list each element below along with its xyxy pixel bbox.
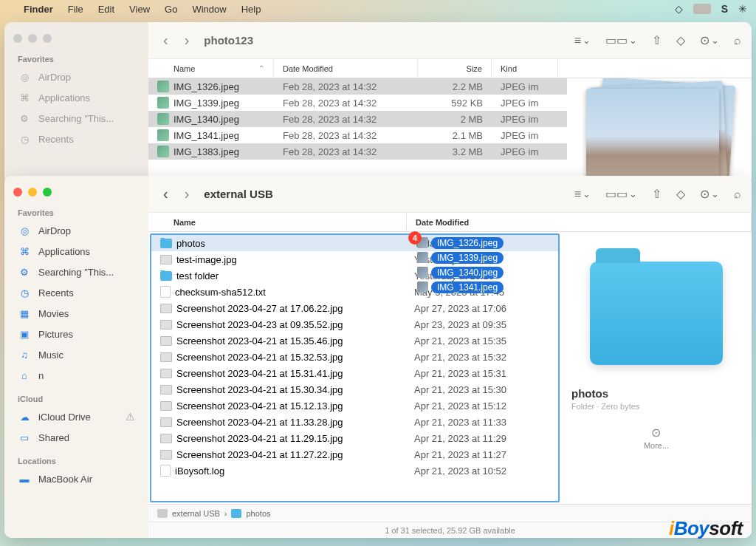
- path-disk[interactable]: external USB: [172, 509, 220, 518]
- status-blob[interactable]: [693, 4, 711, 14]
- file-name: checksum-sha512.txt: [175, 287, 266, 298]
- forward-button[interactable]: ›: [180, 185, 194, 202]
- table-row[interactable]: IMG_1326.jpegFeb 28, 2023 at 14:322.2 MB…: [148, 78, 567, 95]
- file-name: Screenshot 2023-04-21 at 15.31.41.jpg: [176, 368, 343, 379]
- film-icon: ▦: [18, 307, 31, 320]
- menu-edit[interactable]: Edit: [98, 4, 114, 15]
- sidebar-item[interactable]: ▭Shared: [4, 427, 148, 448]
- file-date: Apr 21, 2023 at 11:33: [405, 417, 558, 428]
- bluetooth-icon[interactable]: ✳: [738, 3, 747, 15]
- file-list: IMG_1326.jpegFeb 28, 2023 at 14:322.2 MB…: [148, 78, 567, 185]
- close-button[interactable]: [13, 188, 22, 197]
- view-list-icon[interactable]: ≡ ⌄: [574, 34, 591, 47]
- sidebar-item[interactable]: ⌂n: [4, 365, 148, 386]
- preview-pane: [567, 78, 752, 185]
- action-icon[interactable]: ⊙ ⌄: [700, 187, 719, 201]
- sidebar-item[interactable]: ⌘Applications: [4, 87, 148, 108]
- table-row[interactable]: Screenshot 2023-04-21 at 15.35.46.jpgApr…: [151, 332, 558, 349]
- col-name[interactable]: Name⌃: [148, 59, 274, 78]
- preview-pane: photos Folder · Zero bytes ⊙ More...: [561, 232, 752, 504]
- file-name: Screenshot 2023-04-21 at 11.27.22.jpg: [176, 449, 343, 460]
- sidebar-item[interactable]: ⚙Searching "This...: [4, 262, 148, 282]
- file-date: Apr 21, 2023 at 15:35: [405, 335, 558, 347]
- menu-go[interactable]: Go: [165, 4, 177, 15]
- sidebar-item[interactable]: ◷Recents: [4, 282, 148, 303]
- table-row[interactable]: Screenshot 2023-04-21 at 11.29.15.jpgApr…: [151, 430, 558, 446]
- more-button[interactable]: ⊙ More...: [644, 426, 669, 450]
- action-icon[interactable]: ⊙ ⌄: [700, 33, 719, 47]
- jpeg-icon: [417, 267, 428, 278]
- jpg-icon: [160, 450, 172, 460]
- sidebar-item[interactable]: ▬MacBook Air: [4, 468, 148, 489]
- s-icon[interactable]: S: [721, 3, 728, 15]
- search-icon[interactable]: ⌕: [734, 188, 741, 201]
- file-name: Screenshot 2023-04-21 at 11.29.15.jpg: [176, 433, 343, 444]
- forward-button[interactable]: ›: [180, 32, 194, 49]
- zoom-button[interactable]: [43, 188, 52, 197]
- table-row[interactable]: Screenshot 2023-04-21 at 11.33.28.jpgApr…: [151, 414, 558, 430]
- col-date[interactable]: Date Modified: [407, 213, 752, 231]
- table-row[interactable]: IMG_1341.jpegFeb 28, 2023 at 14:322.1 MB…: [148, 127, 567, 143]
- toolbar: ‹ › external USB ≡ ⌄ ▭▭ ⌄ ⇧ ◇ ⊙ ⌄ ⌕: [148, 176, 752, 213]
- back-button[interactable]: ‹: [159, 32, 173, 49]
- share-icon[interactable]: ⇧: [652, 187, 662, 201]
- file-name: Screenshot 2023-04-27 at 17.06.22.jpg: [176, 303, 343, 314]
- sidebar-item[interactable]: ⚙Searching "This...: [4, 108, 148, 129]
- drag-count-badge: 4: [408, 231, 422, 245]
- table-row[interactable]: Screenshot 2023-04-21 at 15.30.34.jpgApr…: [151, 381, 558, 397]
- traffic-lights: [4, 28, 148, 52]
- sidebar-item[interactable]: ☁iCloud Drive⚠: [4, 406, 148, 427]
- sidebar-item[interactable]: ◷Recents: [4, 129, 148, 149]
- apps-icon: ⌘: [18, 245, 31, 258]
- table-row[interactable]: Screenshot 2023-04-21 at 15.32.53.jpgApr…: [151, 349, 558, 365]
- minimize-button[interactable]: [28, 34, 37, 43]
- zoom-button[interactable]: [43, 34, 52, 43]
- group-icon[interactable]: ▭▭ ⌄: [605, 187, 637, 201]
- table-row[interactable]: iBoysoft.logApr 21, 2023 at 10:52: [151, 463, 558, 479]
- table-row[interactable]: Screenshot 2023-04-27 at 17.06.22.jpgApr…: [151, 300, 558, 316]
- table-row[interactable]: IMG_1340.jpegFeb 28, 2023 at 14:322 MBJP…: [148, 111, 567, 127]
- sidebar-item[interactable]: ◎AirDrop: [4, 220, 148, 241]
- tag-icon[interactable]: ◇: [676, 33, 685, 47]
- group-icon[interactable]: ▭▭ ⌄: [605, 33, 637, 47]
- minimize-button[interactable]: [28, 188, 37, 197]
- menu-file[interactable]: File: [68, 4, 83, 15]
- tag-icon[interactable]: ◇: [676, 187, 685, 201]
- sidebar-item-label: AirDrop: [38, 72, 71, 83]
- sidebar-item[interactable]: ♫Music: [4, 344, 148, 365]
- file-kind: JPEG im: [492, 114, 558, 125]
- table-row[interactable]: Screenshot 2023-04-21 at 15.31.41.jpgApr…: [151, 365, 558, 381]
- ellipsis-icon: ⊙: [644, 426, 669, 440]
- stacked-icon[interactable]: ◇: [675, 3, 683, 15]
- col-size[interactable]: Size: [418, 59, 492, 78]
- view-list-icon[interactable]: ≡ ⌄: [574, 188, 591, 201]
- table-row[interactable]: IMG_1339.jpegFeb 28, 2023 at 14:32592 KB…: [148, 95, 567, 111]
- sidebar-item[interactable]: ◎AirDrop: [4, 66, 148, 87]
- table-row[interactable]: Screenshot 2023-04-21 at 11.27.22.jpgApr…: [151, 446, 558, 463]
- finder-window-front: Favorites ◎AirDrop⌘Applications⚙Searchin…: [4, 176, 752, 538]
- share-icon[interactable]: ⇧: [652, 33, 662, 47]
- table-row[interactable]: Screenshot 2023-04-23 at 09.35.52.jpgApr…: [151, 316, 558, 332]
- menu-view[interactable]: View: [129, 4, 150, 15]
- sidebar-item[interactable]: ⌘Applications: [4, 241, 148, 262]
- col-kind[interactable]: Kind: [492, 59, 558, 78]
- file-kind: JPEG im: [492, 98, 558, 109]
- path-folder[interactable]: photos: [246, 509, 270, 518]
- close-button[interactable]: [13, 34, 22, 43]
- menu-help[interactable]: Help: [241, 4, 261, 15]
- home-icon: ⌂: [18, 369, 31, 382]
- file-name: Screenshot 2023-04-21 at 15.32.53.jpg: [176, 352, 343, 363]
- col-name[interactable]: Name: [148, 213, 407, 231]
- app-name[interactable]: Finder: [24, 4, 53, 15]
- table-row[interactable]: Screenshot 2023-04-21 at 15.12.13.jpgApr…: [151, 397, 558, 414]
- jpg-icon: [160, 255, 172, 265]
- table-row[interactable]: IMG_1383.jpegFeb 28, 2023 at 14:323.2 MB…: [148, 143, 567, 160]
- sort-caret-icon: ⌃: [258, 64, 264, 72]
- search-icon[interactable]: ⌕: [734, 34, 741, 47]
- back-button[interactable]: ‹: [159, 185, 173, 202]
- menu-window[interactable]: Window: [192, 4, 226, 15]
- col-date[interactable]: Date Modified: [274, 59, 418, 78]
- path-bar: external USB › photos: [148, 504, 752, 522]
- sidebar-item[interactable]: ▣Pictures: [4, 324, 148, 344]
- sidebar-item[interactable]: ▦Movies: [4, 303, 148, 324]
